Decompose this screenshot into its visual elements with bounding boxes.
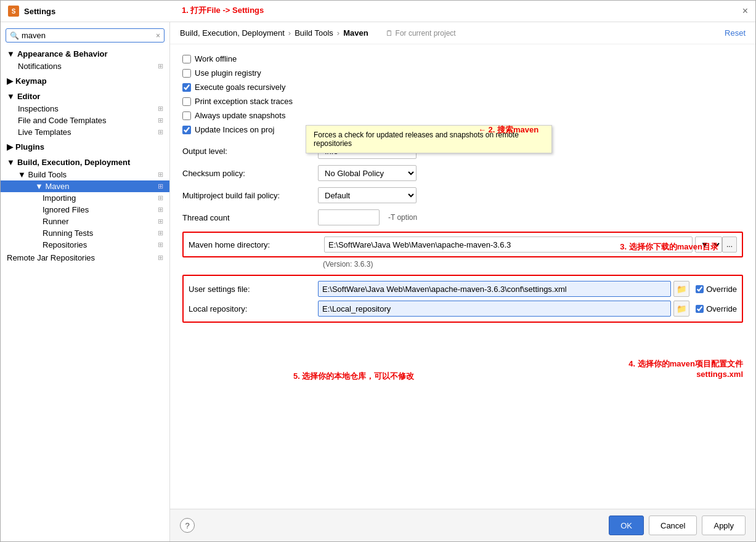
settings-dialog: S Settings × 1. 打开File -> Settings 🔍 × ▼… (0, 0, 756, 542)
apply-button[interactable]: Apply (702, 516, 746, 535)
action-buttons: OK Cancel Apply (609, 516, 746, 535)
sidebar-item-running-tests[interactable]: Running Tests ⊞ (1, 227, 169, 239)
copy-icon: ⊞ (158, 128, 163, 136)
app-icon: S (8, 6, 19, 17)
local-repo-label: Local repository: (189, 304, 318, 313)
copy-icon: ⊞ (158, 105, 163, 113)
checkbox-execute-goals: Execute goals recursively (182, 83, 743, 92)
arrow-icon: ▼ (7, 92, 15, 101)
sidebar-group-build[interactable]: ▼ Build, Execution, Deployment (1, 156, 169, 169)
maven-home-label: Maven home directory: (189, 240, 324, 249)
breadcrumb-part-3: Maven (343, 28, 368, 38)
breadcrumb: Build, Execution, Deployment › Build Too… (180, 28, 456, 38)
breadcrumb-sep-1: › (288, 28, 291, 38)
sidebar-item-file-code-templates[interactable]: File and Code Templates ⊞ (1, 115, 169, 126)
breadcrumb-project: 🗒 For current project (386, 29, 456, 38)
copy-icon: ⊞ (158, 194, 163, 202)
tooltip-box: Forces a check for updated releases and … (306, 125, 552, 153)
user-settings-label: User settings file: (189, 285, 318, 294)
checkbox-work-offline-input[interactable] (182, 55, 191, 63)
arrow-icon: ▼ (7, 158, 15, 167)
breadcrumb-bar: Build, Execution, Deployment › Build Too… (170, 22, 755, 44)
reset-button[interactable]: Reset (725, 28, 746, 38)
local-repo-input-wrap: 📁 Override (318, 301, 737, 317)
checkbox-always-update-input[interactable] (182, 111, 191, 120)
copy-icon: ⊞ (158, 217, 163, 225)
maven-home-dropdown[interactable]: ▼ (695, 237, 722, 253)
sidebar-item-repositories[interactable]: Repositories ⊞ (1, 239, 169, 251)
sidebar-group-editor[interactable]: ▼ Editor (1, 90, 169, 103)
sidebar-section-appearance: ▼ Appearance & Behavior Notifications ⊞ (1, 46, 169, 73)
override-local-checkbox[interactable] (696, 305, 704, 313)
thread-count-label: Thread count (182, 213, 318, 222)
help-button[interactable]: ? (180, 518, 195, 533)
breadcrumb-sep-2: › (337, 28, 339, 38)
close-button[interactable]: × (742, 6, 748, 17)
sidebar-item-build-tools[interactable]: ▼ Build Tools ⊞ (1, 169, 169, 180)
cancel-button[interactable]: Cancel (649, 516, 697, 535)
sidebar-item-inspections[interactable]: Inspections ⊞ (1, 103, 169, 115)
override-local-label: Override (706, 304, 737, 313)
checkbox-always-update: Always update snapshots (182, 111, 743, 120)
breadcrumb-part-1: Build, Execution, Deployment (180, 28, 285, 38)
checkbox-execute-goals-input[interactable] (182, 83, 191, 92)
maven-home-row: Maven home directory: ▼ ... (182, 232, 743, 257)
sidebar-section-build: ▼ Build, Execution, Deployment ▼ Build T… (1, 155, 169, 252)
dialog-title: Settings (24, 7, 55, 16)
user-settings-row: User settings file: 📁 Override (189, 281, 737, 297)
sidebar-section-plugins: ▶ Plugins (1, 139, 169, 155)
arrow-icon: ▶ (7, 142, 13, 152)
local-repo-row: Local repository: 📁 Override (189, 301, 737, 317)
sidebar-group-appearance[interactable]: ▼ Appearance & Behavior (1, 47, 169, 60)
local-repo-browse-button[interactable]: 📁 (673, 301, 689, 317)
copy-icon: ⊞ (158, 241, 163, 249)
multiproject-policy-control: Default Never Always AtEnd AtFailure (318, 187, 743, 203)
sidebar-item-runner[interactable]: Runner ⊞ (1, 216, 169, 227)
sidebar-item-maven[interactable]: ▼ Maven ⊞ (1, 180, 169, 192)
sidebar-item-ignored-files[interactable]: Ignored Files ⊞ (1, 204, 169, 216)
right-panel: Build, Execution, Deployment › Build Too… (170, 22, 755, 541)
override-user-checkbox[interactable] (696, 285, 704, 293)
search-input[interactable] (22, 31, 156, 40)
checkbox-print-exception-input[interactable] (182, 97, 191, 106)
breadcrumb-part-2: Build Tools (295, 28, 333, 38)
output-level-label: Output level: (182, 147, 318, 156)
checksum-policy-control: No Global Policy Fail Warn Ignore (318, 165, 743, 181)
sidebar-item-remote-jar[interactable]: Remote Jar Repositories ⊞ (1, 252, 169, 264)
sidebar-item-notifications[interactable]: Notifications ⊞ (1, 60, 169, 72)
thread-count-note: -T option (388, 213, 417, 222)
checkbox-update-indices-input[interactable] (182, 126, 191, 134)
group-label: Keymap (15, 76, 47, 86)
copy-icon: ⊞ (158, 62, 163, 70)
checkbox-use-plugin-registry: Use plugin registry (182, 68, 743, 78)
main-content: 🔍 × ▼ Appearance & Behavior Notification… (1, 22, 755, 541)
copy-icon: ⊞ (158, 254, 163, 262)
tooltip-text: Forces a check for updated releases and … (314, 131, 519, 148)
sidebar-item-importing[interactable]: Importing ⊞ (1, 192, 169, 204)
checkbox-plugin-registry-input[interactable] (182, 69, 191, 78)
maven-home-browse-button[interactable]: ... (722, 237, 737, 253)
multiproject-policy-select[interactable]: Default Never Always AtEnd AtFailure (318, 187, 417, 203)
checkbox-update-indices: Update Incices on proj Forces a check fo… (182, 125, 743, 134)
user-settings-browse-button[interactable]: 📁 (673, 281, 689, 297)
sidebar-item-live-templates[interactable]: Live Templates ⊞ (1, 126, 169, 138)
local-repo-input[interactable] (318, 301, 671, 317)
ok-button[interactable]: OK (609, 516, 644, 535)
search-clear-button[interactable]: × (156, 31, 160, 40)
group-label: Plugins (15, 142, 44, 152)
checksum-policy-label: Checksum policy: (182, 169, 318, 178)
copy-icon: ⊞ (158, 116, 163, 124)
user-settings-input[interactable] (318, 281, 671, 297)
settings-content: ← 2. 搜索maven Work offline Use plugin reg… (170, 44, 755, 509)
folder-icon: 📁 (677, 285, 687, 294)
sidebar-group-keymap[interactable]: ▶ Keymap (1, 75, 169, 87)
sidebar-group-plugins[interactable]: ▶ Plugins (1, 140, 169, 153)
search-box[interactable]: 🔍 × (6, 28, 165, 42)
copy-icon: ⊞ (158, 182, 163, 190)
maven-home-input[interactable] (324, 237, 693, 253)
arrow-icon: ▶ (7, 76, 13, 86)
group-label: Editor (17, 92, 41, 101)
thread-count-input[interactable] (318, 209, 380, 225)
annotation-4: 4. 选择你的maven项目配置文件settings.xml (628, 358, 743, 379)
checksum-policy-select[interactable]: No Global Policy Fail Warn Ignore (318, 165, 417, 181)
